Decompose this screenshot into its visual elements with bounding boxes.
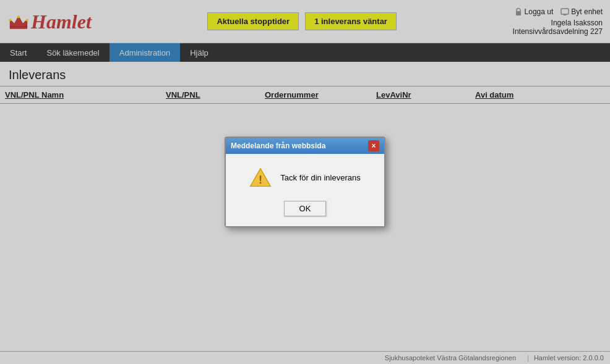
modal-close-button[interactable]: × (368, 140, 379, 151)
modal-ok-button[interactable]: OK (284, 201, 327, 216)
warning-icon: ! (249, 166, 272, 188)
modal-title: Meddelande från webbsida (231, 142, 325, 150)
modal-message: Tack för din inleverans (280, 173, 360, 182)
modal-overlay: Meddelande från webbsida × ! Tack för di… (0, 0, 610, 364)
modal-content-row: ! Tack för din inleverans (249, 166, 360, 188)
svg-text:!: ! (259, 174, 262, 186)
modal-dialog: Meddelande från webbsida × ! Tack för di… (225, 137, 385, 227)
modal-titlebar: Meddelande från webbsida × (226, 138, 384, 154)
modal-body: ! Tack för din inleverans OK (226, 154, 384, 226)
